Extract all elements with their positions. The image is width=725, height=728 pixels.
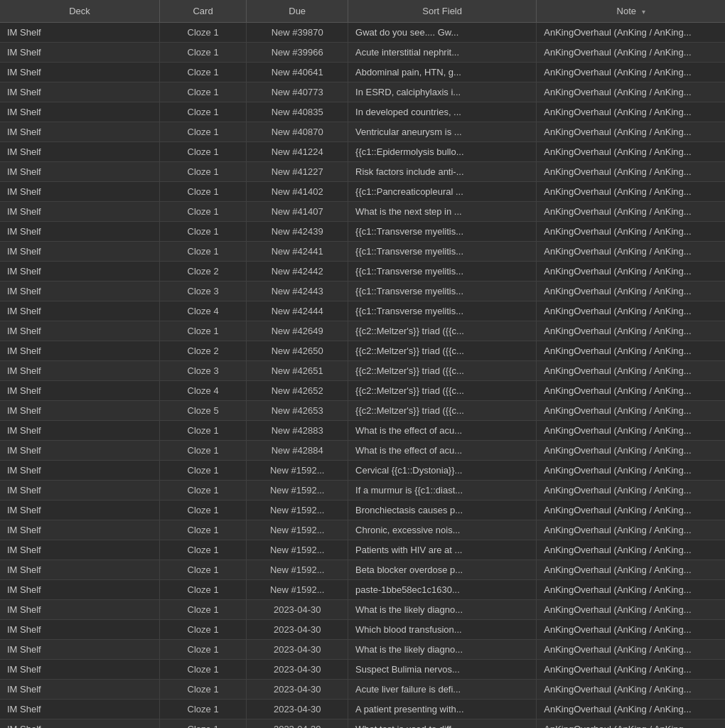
cell-note: AnKingOverhaul (AnKing / AnKing... — [537, 282, 725, 301]
cell-due: New #1592... — [247, 500, 348, 520]
table-row[interactable]: IM ShelfCloze 5New #42653{{c2::Meltzer's… — [0, 401, 725, 421]
cell-note: AnKingOverhaul (AnKing / AnKing... — [537, 719, 725, 729]
table-row[interactable]: IM ShelfCloze 1New #1592...paste-1bbe58e… — [0, 580, 725, 600]
cell-note: AnKingOverhaul (AnKing / AnKing... — [537, 441, 725, 461]
cell-sort_field: Which blood transfusion... — [348, 620, 537, 640]
table-row[interactable]: IM ShelfCloze 12023-04-30A patient prese… — [0, 700, 725, 719]
cell-note: AnKingOverhaul (AnKing / AnKing... — [537, 222, 725, 242]
table-row[interactable]: IM ShelfCloze 12023-04-30Acute liver fai… — [0, 680, 725, 700]
cell-deck: IM Shelf — [0, 202, 159, 222]
cell-sort_field: Bronchiectasis causes p... — [348, 500, 537, 520]
cell-due: 2023-04-30 — [247, 680, 348, 700]
cell-due: New #40835 — [247, 102, 348, 122]
table-row[interactable]: IM ShelfCloze 1New #1592...If a murmur i… — [0, 481, 725, 500]
cell-deck: IM Shelf — [0, 321, 159, 341]
table-row[interactable]: IM ShelfCloze 1New #1592...Cervical {{c1… — [0, 461, 725, 481]
table-row[interactable]: IM ShelfCloze 4New #42652{{c2::Meltzer's… — [0, 381, 725, 401]
cell-sort_field: What is the likely diagno... — [348, 640, 537, 660]
cell-note: AnKingOverhaul (AnKing / AnKing... — [537, 142, 725, 162]
cell-card: Cloze 1 — [159, 82, 246, 102]
table-row[interactable]: IM ShelfCloze 1New #41224{{c1::Epidermol… — [0, 142, 725, 162]
cell-due: 2023-04-30 — [247, 620, 348, 640]
cell-due: New #42650 — [247, 341, 348, 361]
table-row[interactable]: IM ShelfCloze 1New #39966Acute interstit… — [0, 43, 725, 63]
table-row[interactable]: IM ShelfCloze 1New #42441{{c1::Transvers… — [0, 242, 725, 262]
cell-note: AnKingOverhaul (AnKing / AnKing... — [537, 82, 725, 102]
cell-note: AnKingOverhaul (AnKing / AnKing... — [537, 63, 725, 82]
cell-due: New #41227 — [247, 162, 348, 182]
table-row[interactable]: IM ShelfCloze 1New #40870Ventricular ane… — [0, 122, 725, 142]
sort-icon: ▾ — [642, 8, 645, 16]
cell-note: AnKingOverhaul (AnKing / AnKing... — [537, 600, 725, 620]
cell-sort_field: {{c1::Transverse myelitis... — [348, 262, 537, 282]
table-row[interactable]: IM ShelfCloze 1New #1592...Chronic, exce… — [0, 520, 725, 540]
cell-due: 2023-04-30 — [247, 719, 348, 729]
cell-deck: IM Shelf — [0, 441, 159, 461]
cell-due: New #42884 — [247, 441, 348, 461]
table-row[interactable]: IM ShelfCloze 12023-04-30What test is us… — [0, 719, 725, 729]
table-row[interactable]: IM ShelfCloze 1New #42439{{c1::Transvers… — [0, 222, 725, 242]
card-column-header[interactable]: Card — [159, 0, 246, 23]
table-row[interactable]: IM ShelfCloze 1New #1592...Beta blocker … — [0, 560, 725, 580]
table-row[interactable]: IM ShelfCloze 12023-04-30What is the lik… — [0, 640, 725, 660]
table-row[interactable]: IM ShelfCloze 1New #41227Risk factors in… — [0, 162, 725, 182]
cell-due: New #39870 — [247, 23, 348, 43]
cell-card: Cloze 1 — [159, 321, 246, 341]
table-row[interactable]: IM ShelfCloze 1New #1592...Patients with… — [0, 540, 725, 560]
cell-note: AnKingOverhaul (AnKing / AnKing... — [537, 122, 725, 142]
table-row[interactable]: IM ShelfCloze 12023-04-30Suspect Bulimia… — [0, 660, 725, 680]
table-row[interactable]: IM ShelfCloze 12023-04-30Which blood tra… — [0, 620, 725, 640]
cell-deck: IM Shelf — [0, 401, 159, 421]
cell-deck: IM Shelf — [0, 461, 159, 481]
table-row[interactable]: IM ShelfCloze 2New #42442{{c1::Transvers… — [0, 262, 725, 282]
table-row[interactable]: IM ShelfCloze 3New #42443{{c1::Transvers… — [0, 282, 725, 301]
cell-card: Cloze 1 — [159, 640, 246, 660]
cell-due: New #1592... — [247, 461, 348, 481]
due-column-header[interactable]: Due — [247, 0, 348, 23]
cell-card: Cloze 1 — [159, 660, 246, 680]
table-row[interactable]: IM ShelfCloze 1New #41407What is the nex… — [0, 202, 725, 222]
cell-card: Cloze 1 — [159, 63, 246, 82]
cell-card: Cloze 1 — [159, 680, 246, 700]
cell-card: Cloze 1 — [159, 580, 246, 600]
cell-due: New #42441 — [247, 242, 348, 262]
cell-deck: IM Shelf — [0, 520, 159, 540]
cell-note: AnKingOverhaul (AnKing / AnKing... — [537, 660, 725, 680]
table-row[interactable]: IM ShelfCloze 1New #39870Gwat do you see… — [0, 23, 725, 43]
table-row[interactable]: IM ShelfCloze 1New #40835In developed co… — [0, 102, 725, 122]
cell-card: Cloze 1 — [159, 23, 246, 43]
table-row[interactable]: IM ShelfCloze 1New #40641Abdominal pain,… — [0, 63, 725, 82]
cell-deck: IM Shelf — [0, 341, 159, 361]
table-row[interactable]: IM ShelfCloze 1New #1592...Bronchiectasi… — [0, 500, 725, 520]
cell-card: Cloze 1 — [159, 600, 246, 620]
sort-field-column-header[interactable]: Sort Field — [348, 0, 537, 23]
table-row[interactable]: IM ShelfCloze 1New #40773In ESRD, calcip… — [0, 82, 725, 102]
cell-note: AnKingOverhaul (AnKing / AnKing... — [537, 580, 725, 600]
cell-due: New #41402 — [247, 182, 348, 202]
note-column-header[interactable]: Note ▾ — [537, 0, 725, 23]
cell-card: Cloze 1 — [159, 540, 246, 560]
table-row[interactable]: IM ShelfCloze 1New #41402{{c1::Pancreati… — [0, 182, 725, 202]
cell-note: AnKingOverhaul (AnKing / AnKing... — [537, 321, 725, 341]
cell-due: New #42649 — [247, 321, 348, 341]
cell-card: Cloze 1 — [159, 441, 246, 461]
table-row[interactable]: IM ShelfCloze 1New #42883What is the eff… — [0, 421, 725, 441]
table-row[interactable]: IM ShelfCloze 4New #42444{{c1::Transvers… — [0, 301, 725, 321]
cell-note: AnKingOverhaul (AnKing / AnKing... — [537, 481, 725, 500]
cell-due: New #42652 — [247, 381, 348, 401]
cell-deck: IM Shelf — [0, 719, 159, 729]
table-row[interactable]: IM ShelfCloze 2New #42650{{c2::Meltzer's… — [0, 341, 725, 361]
deck-column-header[interactable]: Deck — [0, 0, 159, 23]
table-row[interactable]: IM ShelfCloze 1New #42884What is the eff… — [0, 441, 725, 461]
cell-card: Cloze 1 — [159, 43, 246, 63]
cell-sort_field: {{c1::Epidermolysis bullo... — [348, 142, 537, 162]
cell-deck: IM Shelf — [0, 182, 159, 202]
cell-due: New #42653 — [247, 401, 348, 421]
cell-card: Cloze 1 — [159, 122, 246, 142]
cell-deck: IM Shelf — [0, 700, 159, 719]
cell-due: New #1592... — [247, 580, 348, 600]
table-row[interactable]: IM ShelfCloze 12023-04-30What is the lik… — [0, 600, 725, 620]
cell-card: Cloze 4 — [159, 381, 246, 401]
table-row[interactable]: IM ShelfCloze 3New #42651{{c2::Meltzer's… — [0, 361, 725, 381]
table-row[interactable]: IM ShelfCloze 1New #42649{{c2::Meltzer's… — [0, 321, 725, 341]
